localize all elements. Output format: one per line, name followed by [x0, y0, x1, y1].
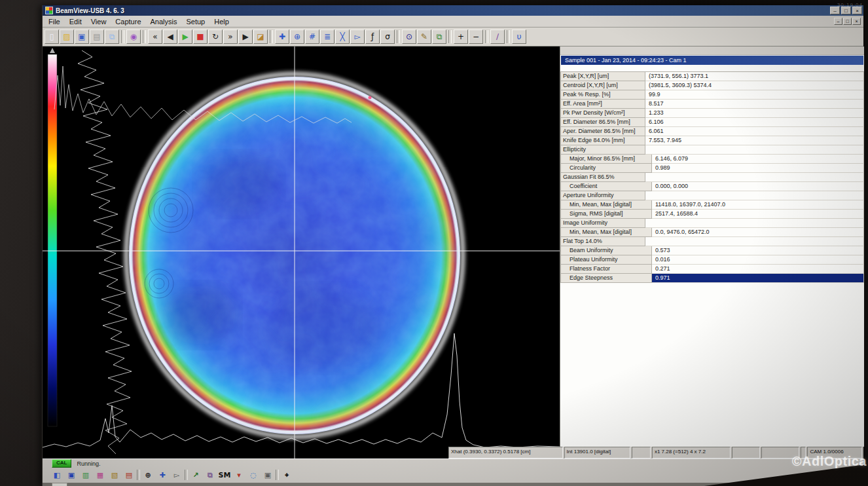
result-row[interactable]: Beam Uniformity 0.573 — [560, 246, 864, 255]
result-row[interactable]: Min, Mean, Max [digital] 0.0, 9476.0, 65… — [560, 228, 864, 237]
result-row[interactable]: Plateau Uniformity 0.016 — [560, 255, 864, 265]
stop-icon[interactable]: ■ — [193, 29, 208, 44]
pointer-tool-icon[interactable]: ▻ — [350, 29, 365, 44]
minimize-button[interactable]: – — [834, 18, 842, 25]
colorbar — [48, 48, 57, 426]
overlay-tool-icon[interactable]: ⧉ — [432, 29, 446, 44]
grid-tool-icon[interactable]: # — [305, 29, 319, 44]
menu-edit[interactable]: Edit — [65, 17, 86, 26]
clipboard-icon[interactable]: ⧉ — [204, 469, 217, 481]
cal-indicator[interactable]: CAL — [52, 459, 71, 468]
capture-camera-icon[interactable]: ◉ — [126, 29, 141, 44]
result-row[interactable]: Sigma, RMS [digital] 2517.4, 16588.4 — [560, 210, 864, 219]
profiles-tool-icon[interactable]: ≣ — [320, 29, 335, 44]
prev-frame-icon[interactable]: ◀ — [163, 29, 177, 44]
result-row[interactable]: Eff. Area [mm²] 8.517 — [560, 100, 864, 109]
results-header: Sample 001 - Jan 23, 2014 - 09:24:23 - C… — [561, 56, 863, 65]
fit-function-icon[interactable]: ƒ — [365, 29, 380, 44]
hand-tool-icon[interactable]: υ — [512, 29, 526, 44]
play-icon[interactable]: ▶ — [178, 29, 192, 44]
menu-capture[interactable]: Capture — [111, 17, 145, 26]
result-label: Centroid [X,Y,R] [um] — [560, 81, 645, 90]
result-row[interactable]: Circularity 0.989 — [560, 164, 864, 173]
capture-options-icon[interactable]: ◪ — [253, 29, 268, 44]
blank-segment — [761, 447, 799, 458]
clip-tool-icon[interactable]: ╳ — [335, 29, 350, 44]
menu-view[interactable]: View — [86, 17, 111, 26]
save-data-icon[interactable]: ▣ — [65, 469, 78, 481]
export-icon[interactable]: ↗ — [189, 469, 202, 481]
menu-setup[interactable]: Setup — [181, 17, 209, 26]
loop-icon[interactable]: ↻ — [208, 29, 223, 44]
taskbar-separator — [137, 470, 140, 480]
result-value: 1.233 — [645, 109, 864, 118]
window-title: BeamView-USB 4. 6. 3 — [56, 7, 830, 14]
titlebar: BeamView-USB 4. 6. 3 –□× — [43, 5, 863, 16]
menu-file[interactable]: File — [44, 17, 65, 26]
acquisition-icon[interactable]: ◧ — [50, 469, 63, 481]
pan-tool-icon[interactable]: ✚ — [156, 469, 169, 481]
next-frame-icon[interactable]: » — [223, 29, 238, 44]
first-frame-icon[interactable]: « — [148, 29, 162, 44]
copy-icon[interactable]: ⧉ — [105, 29, 119, 44]
target-tool-icon[interactable]: ⌖ — [280, 469, 293, 481]
menu-help[interactable]: Help — [209, 17, 234, 26]
zoom-tool-icon[interactable]: ⊕ — [141, 469, 154, 481]
result-row[interactable]: Peak % Resp. [%] 99.9 — [560, 90, 864, 100]
move-tool-icon[interactable]: ✚ — [275, 29, 289, 44]
calibration-pen-icon[interactable]: ∕ — [490, 29, 505, 44]
result-row[interactable]: Eff. Diameter 86.5% [mm] 6.106 — [560, 118, 864, 127]
result-row[interactable]: Coefficient 0.000, 0.000 — [560, 182, 864, 191]
maximize-button[interactable]: □ — [843, 18, 852, 25]
result-row[interactable]: Aper. Diameter 86.5% [mm] 6.061 — [560, 127, 864, 136]
zoom-out-icon[interactable]: − — [469, 29, 483, 44]
statistics-sigma-icon[interactable]: σ — [380, 29, 395, 44]
centroid-tool-icon[interactable]: ⊕ — [290, 29, 304, 44]
new-file-icon[interactable]: ▯ — [45, 29, 59, 44]
histogram-icon[interactable]: ▧ — [108, 469, 121, 481]
result-row[interactable]: Peak [X,Y,R] [um] (3731.9, 556.1) 3773.1 — [560, 72, 864, 81]
result-row[interactable]: Knife Edge 84.0% [mm] 7.553, 7.945 — [560, 136, 864, 145]
status-bar: Xhat (0.3930, 0.3372) 0.5178 [cm]Int 139… — [448, 447, 862, 458]
pdf-export-icon[interactable]: ▾ — [232, 469, 245, 481]
last-frame-icon[interactable]: ▶ — [238, 29, 253, 44]
snapshot-icon[interactable]: ▣ — [261, 469, 274, 481]
result-row[interactable]: Pk Pwr Density [W/cm²] 1.233 — [560, 109, 864, 118]
app-icon — [45, 7, 53, 14]
result-row[interactable]: Flatness Factor 0.271 — [560, 265, 864, 274]
print-icon[interactable]: ▤ — [90, 29, 104, 44]
result-row[interactable]: Flat Top 14.0% — [560, 237, 864, 246]
result-row[interactable]: Edge Steepness 0.971 — [560, 274, 864, 283]
film-strip-icon[interactable]: ▥ — [79, 469, 92, 481]
result-row[interactable]: Major, Minor 86.5% [mm] 6.146, 6.079 — [560, 155, 864, 164]
result-label: Coefficient — [560, 182, 652, 191]
result-row[interactable]: Image Uniformity — [560, 219, 864, 228]
menu-analysis[interactable]: Analysis — [146, 17, 182, 26]
result-value: 0.271 — [652, 265, 864, 274]
result-value: 0.0, 9476.0, 65472.0 — [652, 228, 864, 237]
zoom-in-icon[interactable]: + — [454, 29, 468, 44]
select-tool-icon[interactable]: ▻ — [170, 469, 183, 481]
blank-segment — [732, 447, 760, 458]
close-button[interactable]: × — [852, 18, 861, 25]
toolbar-separator — [507, 30, 510, 43]
result-label: Gaussian Fit 86.5% — [560, 173, 645, 182]
palette-icon[interactable]: ▦ — [94, 469, 107, 481]
aperture-tool-icon[interactable]: ⊙ — [402, 29, 416, 44]
search-icon[interactable]: ◌ — [247, 469, 260, 481]
result-row[interactable]: Gaussian Fit 86.5% — [560, 173, 864, 182]
sm-mode-button[interactable]: SM — [218, 469, 231, 481]
save-icon[interactable]: ▣ — [75, 29, 89, 44]
result-label: Aperture Uniformity — [560, 191, 645, 200]
report-icon[interactable]: ▤ — [122, 469, 136, 481]
result-row[interactable]: Centroid [X,Y,R] [um] (3981.5, 3609.3) 5… — [560, 81, 864, 90]
result-row[interactable]: Ellipticity — [560, 145, 864, 155]
taskbar-separator — [185, 470, 188, 480]
open-file-icon[interactable]: ▨ — [60, 29, 74, 44]
result-row[interactable]: Min, Mean, Max [digital] 11418.0, 16397.… — [560, 200, 864, 210]
beam-display[interactable] — [43, 47, 560, 458]
result-row[interactable]: Aperture Uniformity — [560, 191, 864, 200]
menu-bar: FileEditViewCaptureAnalysisSetupHelp –□× — [43, 16, 863, 28]
main-toolbar: ▯▨▣▤⧉◉«◀▶■↻»▶◪✚⊕#≣╳▻ƒσ⊙✎⧉+−∕υ — [43, 28, 863, 47]
draw-tool-icon[interactable]: ✎ — [417, 29, 431, 44]
